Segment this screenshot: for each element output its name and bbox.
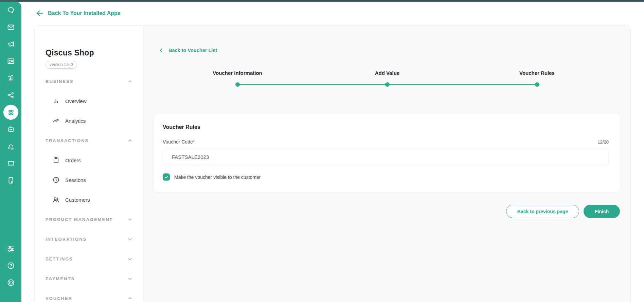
apps-grid-icon-active[interactable]	[0, 104, 21, 121]
sidebar-section-voucher[interactable]: VOUCHER	[46, 288, 133, 302]
chevron-down-icon	[127, 236, 133, 242]
required-asterisk: *	[193, 139, 195, 145]
active-icon-circle	[3, 105, 18, 120]
version-badge: version 1.5.0	[46, 61, 77, 69]
back-to-voucher-list-label: Back to Voucher List	[168, 48, 217, 53]
help-icon[interactable]	[0, 257, 21, 274]
sidebar-item-customers[interactable]: Customers	[46, 190, 133, 209]
clipboard-icon	[52, 156, 60, 164]
share-icon[interactable]	[0, 87, 21, 104]
sidebar-item-sessions[interactable]: Sessions	[46, 170, 133, 190]
mobile-icon[interactable]	[0, 172, 21, 189]
wizard-actions: Back to previous page Finish	[506, 205, 620, 218]
chevron-down-icon	[127, 256, 133, 262]
sidebar-item-orders[interactable]: Orders	[46, 150, 133, 170]
chevron-down-icon	[127, 217, 133, 222]
step-label-voucher-information: Voucher Information	[213, 70, 262, 76]
arrow-left-icon	[35, 9, 44, 18]
back-to-installed-apps-label: Back To Your Installed Apps	[48, 10, 121, 16]
check-icon	[164, 175, 169, 180]
people-icon	[52, 196, 60, 203]
mail-icon[interactable]	[0, 19, 21, 36]
megaphone-icon[interactable]	[0, 36, 21, 53]
voucher-code-input[interactable]	[163, 149, 609, 165]
step-dot-voucher-rules[interactable]	[535, 82, 539, 87]
visibility-checkbox-label: Make the voucher visible to the customer	[174, 174, 261, 180]
voucher-code-label-row: Voucher Code* 12/20	[163, 139, 609, 145]
chevron-up-icon	[127, 138, 133, 144]
voucher-code-label: Voucher Code*	[163, 139, 195, 145]
sidebar-section-business[interactable]: BUSINESS	[46, 71, 133, 91]
main-panel: Qiscus Shop version 1.5.0 BUSINESS Overv…	[34, 26, 631, 302]
person-icon[interactable]	[0, 138, 21, 155]
sidebar-item-overview[interactable]: Overview	[46, 91, 133, 111]
chevron-up-icon	[127, 296, 133, 301]
back-to-voucher-list-link[interactable]: Back to Voucher List	[158, 47, 217, 53]
clock-icon	[52, 176, 60, 184]
voucher-rules-card: Voucher Rules Voucher Code* 12/20 Make t…	[154, 114, 620, 192]
chevron-left-icon	[158, 47, 164, 53]
step-label-voucher-rules: Voucher Rules	[519, 70, 555, 76]
char-counter: 12/20	[597, 139, 609, 145]
qiscus-chat-logo-icon[interactable]	[0, 2, 21, 19]
sliders-icon[interactable]	[0, 240, 21, 257]
icon-rail	[0, 2, 21, 302]
card-title: Voucher Rules	[163, 124, 609, 130]
top-accent-strip	[0, 0, 644, 2]
back-to-installed-apps-link[interactable]: Back To Your Installed Apps	[35, 9, 121, 18]
sidebar-section-integrations[interactable]: INTEGRATIONS	[46, 229, 133, 249]
visibility-checkbox[interactable]	[163, 173, 170, 181]
bot-icon[interactable]	[0, 121, 21, 138]
ticket-icon[interactable]	[0, 155, 21, 172]
sidebar-sections: BUSINESS Overview Analytics TRANSACTIONS…	[46, 71, 133, 302]
bar-chart-icon	[52, 97, 60, 105]
chart-icon[interactable]	[0, 70, 21, 87]
sidebar-section-settings[interactable]: SETTINGS	[46, 249, 133, 269]
sidebar-section-product-management[interactable]: PRODUCT MANAGEMENT	[46, 209, 133, 229]
trend-up-icon	[52, 117, 60, 124]
chevron-down-icon	[127, 276, 133, 282]
back-to-previous-page-button[interactable]: Back to previous page	[506, 205, 579, 218]
app-title: Qiscus Shop	[46, 48, 133, 57]
power-icon[interactable]	[0, 274, 21, 291]
sidebar-item-analytics[interactable]: Analytics	[46, 111, 133, 131]
voucher-wizard-content: Back to Voucher List Voucher Information…	[143, 26, 630, 302]
chevron-up-icon	[127, 79, 133, 84]
step-dot-add-value[interactable]	[385, 82, 390, 87]
contact-card-icon[interactable]	[0, 53, 21, 70]
step-dot-voucher-information[interactable]	[235, 82, 240, 87]
finish-button[interactable]: Finish	[584, 205, 620, 218]
visibility-checkbox-row: Make the voucher visible to the customer	[163, 173, 609, 181]
sidebar-section-transactions[interactable]: TRANSACTIONS	[46, 131, 133, 150]
step-label-add-value: Add Value	[375, 70, 400, 76]
app-sidebar: Qiscus Shop version 1.5.0 BUSINESS Overv…	[35, 26, 143, 302]
sidebar-section-payments[interactable]: PAYMENTS	[46, 269, 133, 288]
